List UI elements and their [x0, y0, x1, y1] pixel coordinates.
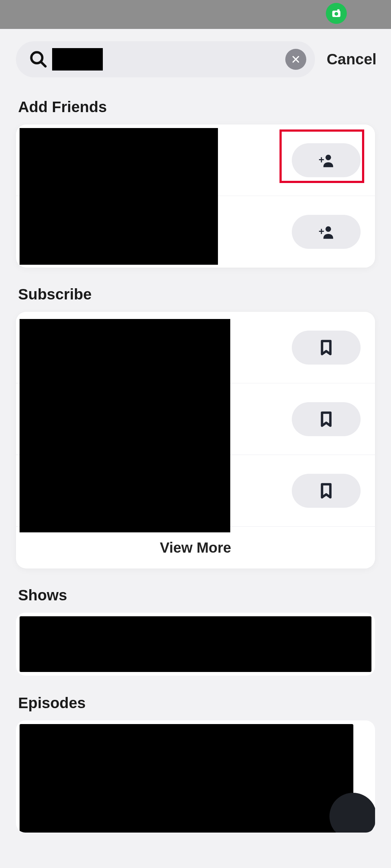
- shows-card[interactable]: [16, 613, 375, 676]
- svg-point-10: [325, 226, 331, 232]
- subscribe-rows-redacted: [20, 319, 230, 532]
- add-person-icon: +: [318, 224, 335, 240]
- subscribe-button[interactable]: [292, 402, 361, 436]
- section-title-episodes: Episodes: [0, 688, 391, 720]
- subscribe-button[interactable]: [292, 474, 361, 508]
- bookmark-icon: [318, 411, 335, 427]
- svg-point-1: [335, 12, 338, 16]
- camera-badge-icon: [326, 3, 347, 24]
- cancel-button[interactable]: Cancel: [327, 51, 377, 68]
- search-header: Cancel: [0, 29, 391, 92]
- svg-text:+: +: [319, 226, 324, 237]
- section-title-shows: Shows: [0, 580, 391, 613]
- svg-point-8: [325, 154, 331, 160]
- add-friends-card: + +: [16, 124, 375, 268]
- section-title-subscribe: Subscribe: [0, 279, 391, 312]
- clear-search-button[interactable]: [285, 49, 306, 70]
- svg-rect-2: [337, 9, 340, 11]
- add-friend-button[interactable]: +: [292, 215, 361, 249]
- search-query-redacted: [52, 48, 103, 71]
- search-field[interactable]: [16, 41, 315, 77]
- episodes-content-redacted: [20, 724, 353, 833]
- subscribe-card: View More: [16, 312, 375, 569]
- friend-rows-redacted: [20, 128, 218, 265]
- section-title-add-friends: Add Friends: [0, 92, 391, 124]
- bookmark-icon: [318, 339, 335, 356]
- add-friend-button[interactable]: +: [292, 143, 361, 177]
- svg-text:+: +: [319, 154, 324, 165]
- view-more-button[interactable]: View More: [16, 527, 375, 569]
- bookmark-icon: [318, 482, 335, 499]
- subscribe-button[interactable]: [292, 331, 361, 365]
- search-icon: [29, 50, 48, 69]
- close-icon: [291, 55, 300, 64]
- add-person-icon: +: [318, 152, 335, 169]
- svg-line-4: [41, 62, 46, 67]
- episodes-card[interactable]: [16, 720, 375, 833]
- status-bar: [0, 0, 391, 29]
- shows-content-redacted: [20, 616, 371, 672]
